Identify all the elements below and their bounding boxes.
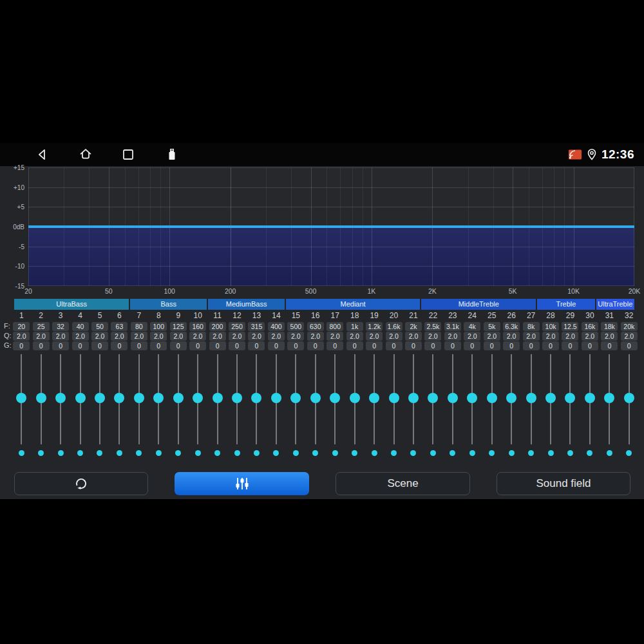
slider-knob[interactable]	[467, 393, 477, 403]
gain-slider[interactable]	[207, 354, 227, 451]
recents-icon[interactable]	[120, 147, 136, 162]
gain-slider[interactable]	[286, 354, 305, 451]
gain-cell: 0	[188, 341, 207, 350]
gain-slider[interactable]	[541, 354, 560, 451]
slider-knob[interactable]	[624, 393, 634, 403]
slider-knob[interactable]	[75, 393, 86, 403]
slider-knob[interactable]	[55, 393, 66, 403]
slider-knob[interactable]	[16, 393, 26, 403]
frequency-cell: 20k	[620, 321, 639, 331]
reset-button[interactable]	[14, 472, 148, 495]
slider-knob[interactable]	[213, 393, 223, 403]
gain-cell: 0	[109, 341, 129, 350]
usb-drive-icon[interactable]	[164, 147, 180, 162]
gain-slider[interactable]	[70, 354, 90, 451]
gain-value: 0	[503, 341, 520, 350]
gain-slider[interactable]	[12, 354, 31, 451]
slider-knob[interactable]	[526, 393, 536, 403]
gain-slider[interactable]	[521, 354, 540, 451]
gain-slider[interactable]	[443, 354, 462, 451]
gain-slider[interactable]	[482, 354, 502, 451]
slider-knob[interactable]	[114, 393, 124, 403]
slider-knob[interactable]	[545, 393, 556, 403]
gain-slider[interactable]	[31, 354, 50, 451]
zero-marker-cell	[306, 449, 325, 457]
slider-knob[interactable]	[565, 393, 575, 403]
slider-knob[interactable]	[153, 393, 164, 403]
slider-knob[interactable]	[193, 393, 203, 403]
gain-slider[interactable]	[51, 354, 70, 451]
x-tick-label: 2K	[428, 287, 437, 295]
gain-slider[interactable]	[149, 354, 168, 451]
equalizer-button[interactable]	[175, 472, 309, 495]
gain-slider[interactable]	[600, 354, 619, 451]
gain-slider[interactable]	[169, 354, 188, 451]
slider-knob[interactable]	[173, 393, 184, 403]
zero-marker-cell	[600, 449, 619, 457]
slider-knob[interactable]	[251, 393, 261, 403]
gain-slider[interactable]	[345, 354, 364, 451]
zero-marker-cell	[365, 449, 384, 457]
slider-knob[interactable]	[310, 393, 321, 403]
gain-slider[interactable]	[267, 354, 286, 451]
sound-field-button[interactable]: Sound field	[497, 472, 630, 495]
gain-slider[interactable]	[227, 354, 247, 451]
slider-knob[interactable]	[487, 393, 497, 403]
slider-knob[interactable]	[389, 393, 399, 403]
scene-button[interactable]: Scene	[336, 472, 470, 495]
gain-cell: 0	[423, 341, 442, 350]
gain-slider[interactable]	[325, 354, 345, 451]
slider-knob[interactable]	[604, 393, 614, 403]
gain-slider[interactable]	[90, 354, 109, 451]
zero-marker-cell	[247, 449, 266, 457]
q-value: 2.0	[444, 332, 461, 341]
gain-slider[interactable]	[306, 354, 325, 451]
q-value: 2.0	[91, 332, 108, 341]
frequency-cell: 250	[227, 321, 247, 331]
gain-cell: 0	[325, 341, 345, 350]
gain-cell: 0	[12, 341, 31, 350]
scene-button-label: Scene	[387, 477, 418, 490]
frequency-cell: 125	[169, 321, 188, 331]
gain-slider[interactable]	[560, 354, 580, 451]
slider-knob[interactable]	[428, 393, 438, 403]
slider-knob[interactable]	[330, 393, 340, 403]
slider-knob[interactable]	[95, 393, 105, 403]
gain-slider[interactable]	[462, 354, 482, 451]
gain-slider[interactable]	[129, 354, 149, 451]
slider-knob[interactable]	[290, 393, 301, 403]
slider-knob[interactable]	[271, 393, 281, 403]
home-icon[interactable]	[78, 147, 93, 162]
x-tick-label: 100	[164, 287, 175, 295]
channel-number: 14	[267, 311, 286, 320]
gain-slider-row	[12, 354, 639, 451]
slider-knob[interactable]	[350, 393, 360, 403]
zero-marker-cell	[286, 449, 305, 457]
gain-slider[interactable]	[502, 354, 521, 451]
q-cell: 2.0	[51, 331, 70, 341]
slider-knob[interactable]	[448, 393, 458, 403]
slider-knob[interactable]	[408, 393, 419, 403]
back-icon[interactable]	[35, 147, 50, 162]
zero-marker-dot	[97, 450, 102, 456]
gain-slider[interactable]	[620, 354, 639, 451]
gain-slider[interactable]	[247, 354, 266, 451]
q-cell: 2.0	[247, 331, 266, 341]
q-value: 2.0	[562, 332, 578, 341]
gain-slider[interactable]	[365, 354, 384, 451]
slider-knob[interactable]	[232, 393, 242, 403]
gain-value: 0	[582, 341, 598, 350]
gain-slider[interactable]	[404, 354, 423, 451]
slider-knob[interactable]	[506, 393, 516, 403]
slider-knob[interactable]	[134, 393, 144, 403]
gain-slider[interactable]	[423, 354, 442, 451]
q-cell: 2.0	[404, 331, 423, 341]
gain-slider[interactable]	[188, 354, 207, 451]
slider-knob[interactable]	[36, 393, 46, 403]
slider-knob[interactable]	[585, 393, 595, 403]
q-cell: 2.0	[482, 331, 502, 341]
gain-slider[interactable]	[384, 354, 403, 451]
gain-slider[interactable]	[109, 354, 129, 451]
gain-slider[interactable]	[580, 354, 600, 451]
slider-knob[interactable]	[369, 393, 379, 403]
